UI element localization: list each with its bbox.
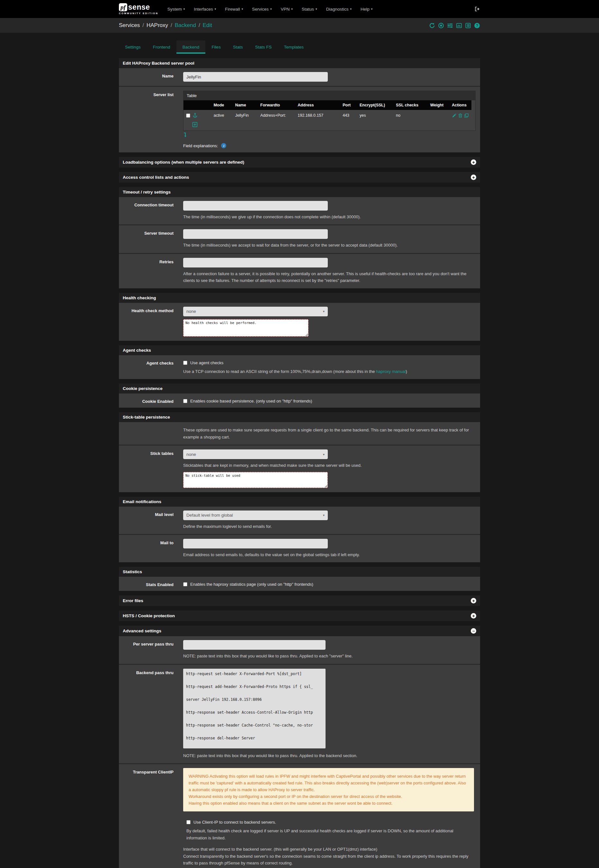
server-table-panel: Table Mode Name Forwardto Address Port (183, 90, 476, 131)
menu-vpn-label: VPN (281, 7, 290, 12)
health-method-value: none (187, 309, 196, 314)
cell-encrypt: yes (357, 110, 393, 121)
move-down-arrow-icon[interactable] (183, 132, 188, 138)
haproxy-manual-link[interactable]: haproxy manual (376, 369, 406, 374)
menu-status[interactable]: Status▾ (297, 7, 322, 12)
panel-advanced-header[interactable]: Advanced settings − (119, 625, 480, 636)
connection-timeout-input[interactable] (183, 201, 328, 211)
col-encrypt: Encrypt(SSL) (357, 100, 393, 110)
mail-level-value: Default level from global (187, 513, 233, 518)
row-name: Name (119, 68, 480, 86)
stick-tables-select[interactable]: none ▾ (183, 449, 328, 459)
breadcrumb: Services / HAProxy / Backend / Edit (119, 22, 212, 29)
transparent-clientip-warning: WARNING Activating this option will load… (183, 768, 474, 811)
menu-services[interactable]: Services▾ (247, 7, 276, 12)
logout-icon[interactable] (474, 6, 480, 12)
caret-down-icon: ▾ (350, 8, 352, 11)
server-timeout-label: Server timeout (119, 225, 173, 253)
cell-weight (428, 110, 449, 121)
pfsense-logo[interactable]: pf sense COMMUNITY EDITION (119, 3, 158, 15)
col-weight: Weight (428, 100, 449, 110)
per-server-pass-thru-input[interactable] (183, 640, 325, 650)
resize-handle[interactable] (305, 333, 308, 336)
info-icon[interactable]: i (221, 143, 226, 148)
panel-error-files-header[interactable]: Error files + (119, 595, 480, 606)
panel-email-title: Email notifications (119, 497, 480, 507)
server-row: active JellyFin Address+Port: 192.168.0.… (184, 110, 471, 121)
tab-frontend[interactable]: Frontend (147, 41, 176, 54)
menu-diagnostics[interactable]: Diagnostics▾ (322, 7, 356, 12)
bar-chart-icon[interactable] (456, 23, 462, 29)
agent-checks-checkbox[interactable] (183, 361, 187, 365)
tab-files[interactable]: Files (205, 41, 227, 54)
collapse-minus-icon[interactable]: − (471, 628, 476, 634)
menu-system[interactable]: System▾ (163, 7, 190, 12)
agent-help-suffix: ) (406, 369, 407, 374)
anchor-icon[interactable] (193, 113, 198, 118)
retries-input[interactable] (183, 258, 328, 267)
col-mode: Mode (211, 100, 233, 110)
row-cookie-enabled: Cookie Enabled Enables cookie based pers… (119, 393, 480, 408)
breadcrumb-backend-link[interactable]: Backend (175, 22, 196, 29)
menu-firewall[interactable]: Firewall▾ (220, 7, 247, 12)
tab-settings[interactable]: Settings (119, 41, 147, 54)
menu-help[interactable]: Help▾ (356, 7, 377, 12)
caret-down-icon: ▾ (371, 8, 373, 11)
expand-plus-icon[interactable]: + (471, 613, 476, 619)
use-clientip-checkbox-label: Use Client-IP to connect to backend serv… (193, 820, 276, 824)
per-server-pass-thru-help: NOTE: paste text into this box that you … (183, 653, 476, 659)
expand-plus-icon[interactable]: + (471, 160, 476, 165)
health-method-select[interactable]: none ▾ (183, 307, 328, 316)
menu-vpn[interactable]: VPN▾ (276, 7, 297, 12)
panel-loadbalancing: Loadbalancing options (when multiple ser… (119, 157, 480, 167)
menu-interfaces[interactable]: Interfaces▾ (189, 7, 220, 12)
edit-pencil-icon[interactable] (452, 113, 457, 118)
stats-enabled-checkbox[interactable] (183, 582, 187, 586)
cookie-enabled-checkbox[interactable] (183, 399, 187, 403)
panel-hsts-header[interactable]: HSTS / Cookie protection + (119, 610, 480, 621)
tab-stats-fs[interactable]: Stats FS (249, 41, 278, 54)
mail-level-help: Define the maximum loglevel to send emai… (183, 523, 476, 530)
health-method-note: No health checks will be performed. (183, 319, 309, 337)
cell-name: JellyFin (233, 110, 258, 121)
help-icon[interactable]: ? (474, 23, 480, 29)
server-table: Mode Name Forwardto Address Port Encrypt… (184, 100, 471, 121)
expand-plus-icon[interactable]: + (471, 175, 476, 180)
retries-label: Retries (119, 254, 173, 288)
use-clientip-checkbox[interactable] (187, 820, 191, 824)
mail-to-input[interactable] (183, 539, 328, 549)
panel-cookie-title: Cookie persistence (119, 384, 480, 393)
tab-stats[interactable]: Stats (227, 41, 249, 54)
breadcrumb-edit-link[interactable]: Edit (203, 22, 212, 29)
panel-cookie: Cookie persistence Cookie Enabled Enable… (119, 384, 480, 408)
report-list-icon[interactable] (465, 23, 471, 29)
mail-level-select[interactable]: Default level from global ▾ (183, 511, 328, 520)
cookie-enabled-label: Cookie Enabled (119, 393, 173, 408)
sliders-icon[interactable] (447, 23, 453, 29)
breadcrumb-separator: / (168, 22, 175, 29)
copy-icon[interactable] (464, 113, 469, 118)
server-timeout-input[interactable] (183, 229, 328, 239)
mail-to-label: Mail to (119, 535, 173, 562)
panel-edit-backend: Edit HAProxy Backend server pool Name Se… (119, 58, 480, 152)
name-input[interactable] (183, 72, 328, 81)
chevron-down-icon: ▾ (323, 310, 325, 313)
backend-pass-thru-textarea[interactable]: http-request set-header X-Forwarded-Port… (183, 669, 325, 748)
panel-acl-header[interactable]: Access control lists and actions + (119, 172, 480, 182)
delete-trash-icon[interactable] (458, 113, 463, 118)
refresh-icon[interactable] (429, 23, 435, 29)
row-transparent-clientip: Transparent ClientIP WARNING Activating … (119, 763, 480, 868)
per-server-pass-thru-label: Per server pass thru (119, 636, 173, 663)
panel-loadbalancing-header[interactable]: Loadbalancing options (when multiple ser… (119, 157, 480, 167)
tab-backend[interactable]: Backend (176, 41, 206, 54)
add-server-icon[interactable] (192, 122, 198, 127)
stop-circle-icon[interactable] (438, 23, 444, 29)
row-mail-to: Mail to Email address to send emails to,… (119, 534, 480, 562)
resize-handle[interactable] (325, 485, 327, 487)
caret-down-icon: ▾ (291, 8, 293, 11)
panel-timeout-title: Timeout / retry settings (119, 187, 480, 197)
tab-templates[interactable]: Templates (278, 41, 310, 54)
expand-plus-icon[interactable]: + (471, 598, 476, 603)
main-menu: System▾ Interfaces▾ Firewall▾ Services▾ … (163, 7, 377, 12)
server-row-checkbox[interactable] (186, 113, 190, 118)
